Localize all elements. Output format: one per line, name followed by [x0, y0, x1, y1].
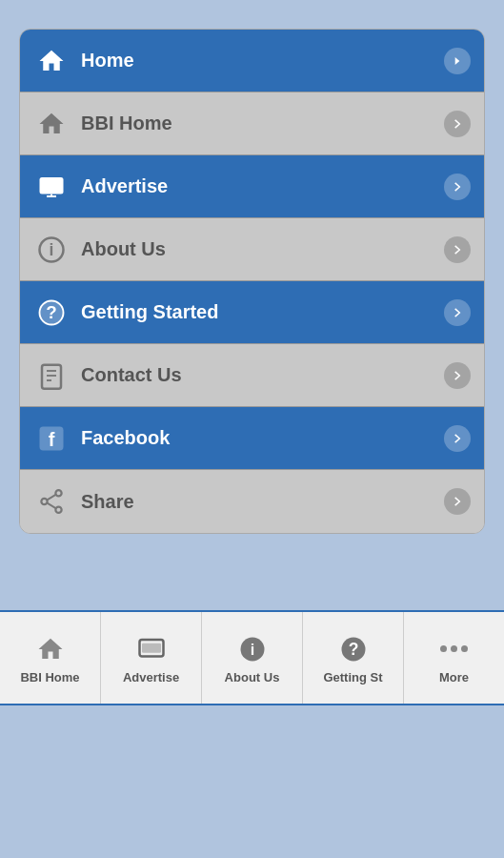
- tab-home-icon: [33, 632, 68, 666]
- tab-about-icon: i: [235, 632, 270, 666]
- menu-label-home: Home: [81, 50, 444, 72]
- menu-label-advertise: Advertise: [81, 175, 444, 197]
- svg-rect-6: [42, 364, 61, 388]
- arrow-facebook: [444, 425, 471, 452]
- menu-label-about-us: About Us: [81, 238, 444, 260]
- menu-item-bbi-home[interactable]: BBI Home: [20, 92, 484, 155]
- menu-item-getting-started[interactable]: ? Getting Started: [20, 281, 484, 344]
- getting-started-icon: ?: [33, 295, 70, 331]
- tab-label-bbi-home: BBI Home: [20, 670, 79, 684]
- svg-text:f: f: [49, 428, 55, 449]
- tab-bar: BBI Home Advertise i About Us ? Ge: [0, 610, 504, 705]
- svg-point-13: [41, 499, 47, 504]
- tab-bbi-home[interactable]: BBI Home: [0, 612, 101, 704]
- tab-label-more: More: [439, 670, 469, 684]
- tab-about-us[interactable]: i About Us: [202, 612, 303, 704]
- svg-point-14: [55, 507, 61, 513]
- arrow-share: [444, 488, 471, 515]
- menu-label-bbi-home: BBI Home: [81, 112, 444, 134]
- arrow-home: [444, 48, 471, 74]
- tab-advertise[interactable]: Advertise: [101, 612, 202, 704]
- share-icon: [33, 483, 70, 520]
- svg-text:i: i: [250, 641, 254, 658]
- tab-more-icon: [440, 632, 468, 666]
- menu-label-getting-started: Getting Started: [81, 301, 444, 323]
- contact-icon: [33, 358, 70, 394]
- svg-line-15: [48, 495, 56, 500]
- menu-label-contact-us: Contact Us: [81, 364, 444, 386]
- main-container: Home BBI Home Advertise: [0, 0, 504, 553]
- menu-label-share: Share: [81, 491, 444, 513]
- svg-text:?: ?: [46, 302, 56, 322]
- tab-advertise-icon: [134, 632, 169, 666]
- menu-label-facebook: Facebook: [81, 427, 444, 449]
- about-icon: i: [33, 232, 70, 268]
- svg-line-16: [48, 503, 56, 509]
- menu-item-advertise[interactable]: Advertise: [20, 155, 484, 218]
- arrow-advertise: [444, 174, 471, 200]
- arrow-about-us: [444, 236, 471, 263]
- svg-rect-1: [42, 180, 61, 190]
- svg-rect-18: [142, 643, 161, 652]
- tab-more[interactable]: More: [404, 612, 504, 704]
- arrow-bbi-home: [444, 111, 471, 137]
- tab-label-getting-started: Getting St: [323, 670, 382, 684]
- menu-item-contact-us[interactable]: Contact Us: [20, 344, 484, 407]
- facebook-icon: f: [33, 420, 70, 457]
- menu-item-home[interactable]: Home: [20, 30, 484, 92]
- menu-item-facebook[interactable]: f Facebook: [20, 407, 484, 470]
- tab-getting-started[interactable]: ? Getting St: [303, 612, 404, 704]
- svg-text:i: i: [50, 240, 54, 259]
- tab-label-about-us: About Us: [225, 670, 280, 684]
- bbi-home-icon: [33, 106, 70, 142]
- svg-text:?: ?: [348, 640, 358, 659]
- tab-label-advertise: Advertise: [123, 670, 179, 684]
- menu-card: Home BBI Home Advertise: [19, 29, 485, 534]
- menu-item-about-us[interactable]: i About Us: [20, 218, 484, 281]
- advertise-icon: [33, 169, 70, 205]
- svg-point-12: [55, 490, 61, 496]
- menu-item-share[interactable]: Share: [20, 470, 484, 533]
- arrow-getting-started: [444, 299, 471, 326]
- tab-getting-started-icon: ?: [336, 632, 371, 666]
- home-icon: [33, 43, 70, 79]
- arrow-contact-us: [444, 362, 471, 389]
